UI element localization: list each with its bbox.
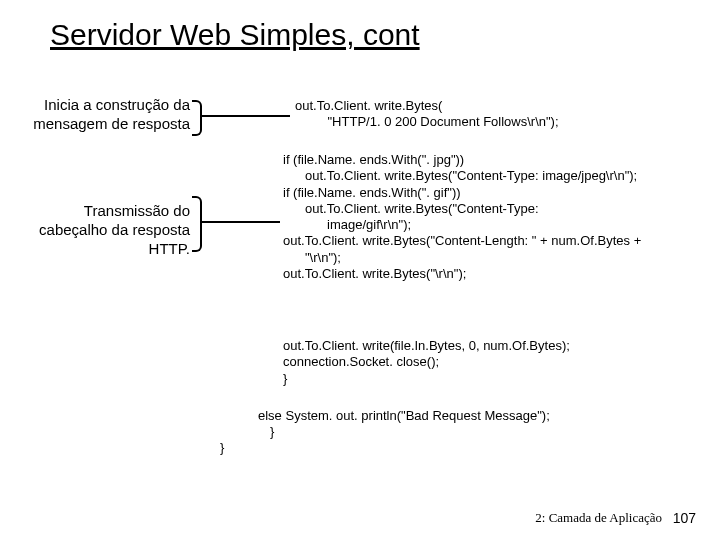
code-block-headers: if (file.Name. ends.With(". jpg")) out.T…	[283, 152, 693, 282]
annotation-start-response: Inicia a construção da mensagem de respo…	[20, 96, 190, 134]
code-line: out.To.Client. write.Bytes("Content-Type…	[283, 168, 693, 184]
footer-chapter-label: 2: Camada de Aplicação	[535, 510, 662, 526]
footer-page-number: 107	[673, 510, 696, 526]
annotation-line: Transmissão do	[84, 202, 190, 219]
code-line: connection.Socket. close();	[283, 354, 439, 369]
annotation-line: mensagem de resposta	[33, 115, 190, 132]
code-line: "HTTP/1. 0 200 Document Follows\r\n");	[295, 114, 559, 129]
code-line: "\r\n");	[283, 250, 693, 266]
code-line: out.To.Client. write.Bytes(	[295, 98, 442, 113]
annotation-line: HTTP.	[149, 240, 190, 257]
code-line-else: else System. out. println("Bad Request M…	[258, 408, 550, 424]
code-line: out.To.Client. write.Bytes("Content-Type…	[283, 201, 693, 217]
code-brace: }	[270, 424, 274, 440]
connector-line	[200, 115, 290, 117]
annotation-transmit-header: Transmissão do cabeçalho da resposta HTT…	[20, 202, 190, 258]
bracket-icon	[192, 100, 202, 136]
bracket-icon	[192, 196, 202, 252]
code-block-send-close: out.To.Client. write(file.In.Bytes, 0, n…	[283, 338, 570, 387]
connector-line	[200, 221, 280, 223]
code-line: out.To.Client. write.Bytes("Content-Leng…	[283, 233, 693, 249]
code-line: out.To.Client. write(file.In.Bytes, 0, n…	[283, 338, 570, 353]
code-line: image/gif\r\n");	[283, 217, 693, 233]
annotation-line: cabeçalho da resposta	[39, 221, 190, 238]
code-line: if (file.Name. ends.With(". jpg"))	[283, 152, 693, 168]
code-brace: }	[220, 440, 224, 456]
code-line: }	[283, 371, 287, 386]
code-block-status-line: out.To.Client. write.Bytes( "HTTP/1. 0 2…	[295, 98, 559, 131]
code-line: if (file.Name. ends.With(". gif"))	[283, 185, 693, 201]
code-line: out.To.Client. write.Bytes("\r\n");	[283, 266, 693, 282]
slide-title: Servidor Web Simples, cont	[50, 18, 420, 52]
annotation-line: Inicia a construção da	[44, 96, 190, 113]
